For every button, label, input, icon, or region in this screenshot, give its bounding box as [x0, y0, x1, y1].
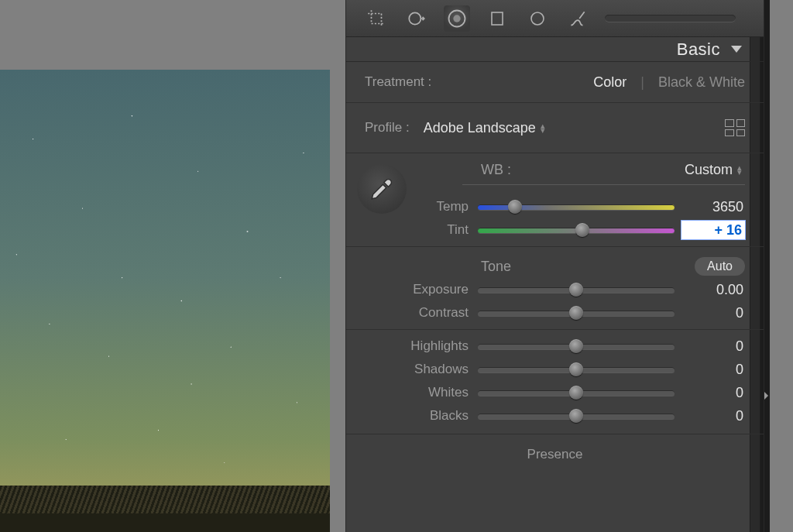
tint-slider[interactable]: [478, 224, 675, 236]
tint-slider-row: Tint: [365, 218, 745, 242]
highlights-value[interactable]: 0: [675, 338, 745, 355]
exposure-value[interactable]: 0.00: [675, 282, 745, 298]
blacks-slider[interactable]: [478, 410, 675, 422]
local-adjust-toolstrip: [346, 0, 764, 37]
profile-label: Profile :: [365, 120, 410, 136]
treatment-section: Treatment : Color | Black & White: [346, 62, 764, 103]
radial-filter-tool[interactable]: [524, 5, 551, 32]
contrast-slider-row: Contrast 0: [365, 301, 745, 324]
presence-title: Presence: [365, 442, 745, 462]
panel-title: Basic: [677, 39, 720, 60]
svg-point-0: [409, 12, 421, 24]
blacks-slider-row: Blacks 0: [365, 404, 745, 427]
contrast-slider[interactable]: [478, 307, 675, 319]
brush-size-slider[interactable]: [605, 15, 736, 22]
temp-slider-row: Temp 3650: [365, 195, 745, 218]
image-preview: [0, 70, 330, 532]
exposure-slider[interactable]: [478, 283, 675, 296]
shadows-slider[interactable]: [478, 363, 675, 376]
svg-rect-3: [492, 12, 503, 25]
tone-auto-button[interactable]: Auto: [695, 257, 745, 276]
wb-divider: [462, 184, 745, 185]
shadows-slider-row: Shadows 0: [365, 358, 745, 381]
contrast-slider-thumb[interactable]: [569, 306, 583, 320]
brush-tool[interactable]: [565, 5, 591, 32]
wb-preset-picker[interactable]: Custom ▴▾: [685, 162, 742, 178]
treatment-color[interactable]: Color: [593, 74, 627, 91]
whites-value[interactable]: 0: [675, 385, 745, 401]
temp-slider[interactable]: [478, 201, 675, 213]
whites-label: Whites: [365, 385, 478, 400]
updown-icon: ▴▾: [541, 123, 545, 132]
shadows-label: Shadows: [365, 362, 478, 377]
basic-panel-header[interactable]: Basic: [346, 37, 764, 62]
treatment-divider: |: [640, 74, 644, 91]
contrast-label: Contrast: [365, 305, 478, 321]
develop-panel: Basic Treatment : Color | Black & White …: [345, 0, 770, 532]
wb-eyedropper-tool[interactable]: [357, 164, 407, 214]
temp-slider-thumb[interactable]: [508, 200, 522, 214]
updown-icon: ▴▾: [737, 165, 742, 174]
whites-slider-thumb[interactable]: [569, 386, 583, 400]
shadows-value[interactable]: 0: [675, 362, 745, 378]
whites-slider-row: Whites 0: [365, 381, 745, 404]
redeye-tool[interactable]: [444, 5, 470, 32]
spot-removal-tool[interactable]: [403, 5, 430, 32]
blacks-slider-thumb[interactable]: [569, 409, 583, 423]
eyedropper-icon: [369, 176, 395, 202]
presence-section: Presence: [346, 434, 764, 470]
wb-preset-value: Custom: [685, 162, 733, 178]
treatment-bw[interactable]: Black & White: [658, 74, 745, 91]
white-balance-section: WB : Custom ▴▾ Temp 3650 Tint: [346, 153, 764, 247]
wb-label: WB :: [481, 162, 511, 178]
tint-value-input[interactable]: [681, 221, 745, 239]
svg-point-4: [531, 12, 544, 25]
highlights-slider[interactable]: [478, 340, 675, 352]
exposure-slider-row: Exposure 0.00: [365, 278, 745, 301]
blacks-label: Blacks: [365, 408, 478, 424]
treatment-label: Treatment :: [365, 74, 431, 90]
profile-section: Profile : Adobe Landscape ▴▾: [346, 103, 764, 153]
graduated-filter-tool[interactable]: [484, 5, 510, 32]
tint-slider-thumb[interactable]: [575, 223, 589, 237]
profile-value: Adobe Landscape: [424, 120, 536, 136]
profile-browser-button[interactable]: [725, 119, 745, 136]
whites-slider[interactable]: [478, 386, 675, 399]
exposure-slider-thumb[interactable]: [569, 283, 583, 297]
tone-title: Tone: [481, 259, 511, 275]
highlights-slider-row: Highlights 0: [365, 335, 745, 358]
tint-label: Tint: [365, 222, 478, 238]
blacks-value[interactable]: 0: [675, 408, 745, 424]
disclosure-triangle-icon[interactable]: [731, 46, 742, 53]
tone-section-2: Highlights 0 Shadows 0 Whites 0 Blacks 0: [346, 330, 764, 434]
exposure-label: Exposure: [365, 282, 478, 297]
contrast-value[interactable]: 0: [675, 305, 745, 321]
temp-value[interactable]: 3650: [675, 199, 745, 215]
highlights-slider-thumb[interactable]: [569, 339, 583, 353]
svg-point-2: [453, 15, 460, 22]
crop-tool[interactable]: [363, 5, 390, 32]
tone-section: Tone Auto Exposure 0.00 Contrast 0: [346, 247, 764, 330]
shadows-slider-thumb[interactable]: [569, 362, 583, 376]
highlights-label: Highlights: [365, 338, 478, 354]
profile-picker[interactable]: Adobe Landscape ▴▾: [424, 120, 545, 136]
